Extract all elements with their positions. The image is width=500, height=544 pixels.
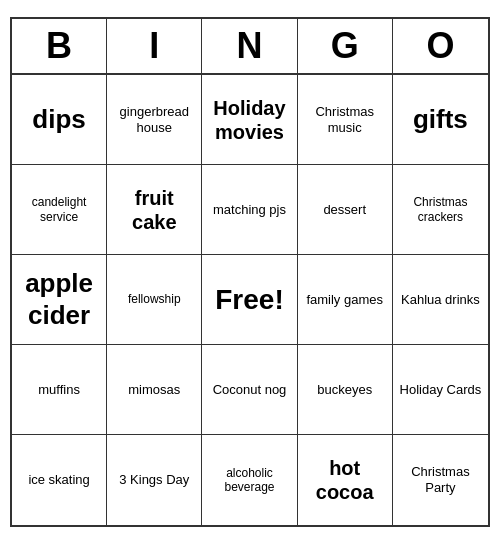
bingo-cell-3: Christmas music — [298, 75, 393, 165]
bingo-cell-1: gingerbread house — [107, 75, 202, 165]
bingo-cell-6: fruit cake — [107, 165, 202, 255]
bingo-cell-18: buckeyes — [298, 345, 393, 435]
bingo-letter-n: N — [202, 19, 297, 73]
bingo-cell-7: matching pjs — [202, 165, 297, 255]
cell-text-15: muffins — [38, 382, 80, 398]
cell-text-23: hot cocoa — [304, 456, 386, 504]
cell-text-20: ice skating — [28, 472, 89, 488]
bingo-cell-14: Kahlua drinks — [393, 255, 488, 345]
bingo-cell-23: hot cocoa — [298, 435, 393, 525]
cell-text-5: candelight service — [18, 195, 100, 224]
cell-text-7: matching pjs — [213, 202, 286, 218]
cell-text-1: gingerbread house — [113, 104, 195, 135]
cell-text-12: Free! — [215, 283, 283, 317]
bingo-cell-12: Free! — [202, 255, 297, 345]
bingo-letter-o: O — [393, 19, 488, 73]
cell-text-10: apple cider — [18, 268, 100, 330]
bingo-cell-22: alcoholic beverage — [202, 435, 297, 525]
bingo-cell-15: muffins — [12, 345, 107, 435]
cell-text-9: Christmas crackers — [399, 195, 482, 224]
cell-text-14: Kahlua drinks — [401, 292, 480, 308]
bingo-cell-11: fellowship — [107, 255, 202, 345]
bingo-cell-17: Coconut nog — [202, 345, 297, 435]
bingo-letter-i: I — [107, 19, 202, 73]
bingo-cell-24: Christmas Party — [393, 435, 488, 525]
cell-text-11: fellowship — [128, 292, 181, 306]
bingo-cell-16: mimosas — [107, 345, 202, 435]
cell-text-13: family games — [306, 292, 383, 308]
cell-text-16: mimosas — [128, 382, 180, 398]
bingo-card: BINGO dipsgingerbread houseHoliday movie… — [10, 17, 490, 527]
cell-text-3: Christmas music — [304, 104, 386, 135]
bingo-cell-9: Christmas crackers — [393, 165, 488, 255]
cell-text-24: Christmas Party — [399, 464, 482, 495]
bingo-cell-10: apple cider — [12, 255, 107, 345]
cell-text-0: dips — [32, 104, 85, 135]
cell-text-2: Holiday movies — [208, 96, 290, 144]
bingo-grid: dipsgingerbread houseHoliday moviesChris… — [12, 75, 488, 525]
cell-text-22: alcoholic beverage — [208, 466, 290, 495]
cell-text-17: Coconut nog — [213, 382, 287, 398]
bingo-letter-b: B — [12, 19, 107, 73]
bingo-cell-2: Holiday movies — [202, 75, 297, 165]
bingo-cell-21: 3 Kings Day — [107, 435, 202, 525]
cell-text-6: fruit cake — [113, 186, 195, 234]
cell-text-8: dessert — [323, 202, 366, 218]
cell-text-19: Holiday Cards — [400, 382, 482, 398]
bingo-cell-4: gifts — [393, 75, 488, 165]
bingo-header: BINGO — [12, 19, 488, 75]
bingo-cell-5: candelight service — [12, 165, 107, 255]
cell-text-21: 3 Kings Day — [119, 472, 189, 488]
cell-text-4: gifts — [413, 104, 468, 135]
bingo-cell-19: Holiday Cards — [393, 345, 488, 435]
bingo-cell-8: dessert — [298, 165, 393, 255]
bingo-cell-0: dips — [12, 75, 107, 165]
bingo-cell-13: family games — [298, 255, 393, 345]
cell-text-18: buckeyes — [317, 382, 372, 398]
bingo-letter-g: G — [298, 19, 393, 73]
bingo-cell-20: ice skating — [12, 435, 107, 525]
